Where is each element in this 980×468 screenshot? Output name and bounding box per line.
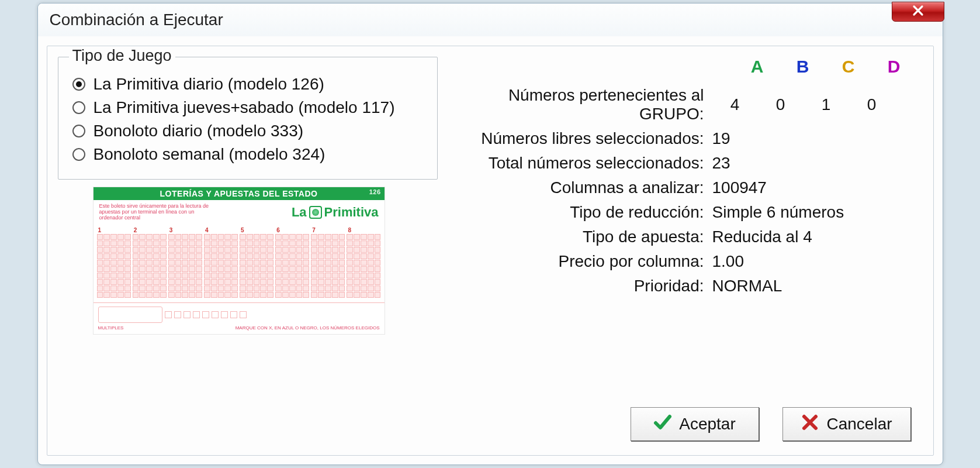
radio-label: Bonoloto diario (modelo 333) bbox=[94, 122, 304, 140]
radio-primitiva-jueves-sabado[interactable]: La Primitiva jueves+sabado (modelo 117) bbox=[72, 98, 423, 117]
stat-group-numbers: Números pertenecientes al GRUPO: 4 0 1 0 bbox=[461, 86, 917, 123]
ticket-brand-left: La bbox=[292, 205, 307, 220]
game-type-group: Tipo de Juego La Primitiva diario (model… bbox=[58, 57, 438, 180]
ticket-footer-left: MULTIPLES bbox=[98, 325, 124, 331]
ticket-brand: La Primitiva bbox=[292, 205, 379, 220]
x-icon bbox=[801, 413, 819, 436]
stat-value: Reducida al 4 bbox=[712, 228, 917, 246]
radio-label: Bonoloto semanal (modelo 324) bbox=[94, 145, 325, 164]
ticket-footer-right: MARQUE CON X, EN AZUL O NEGRO, LOS NÚMER… bbox=[236, 325, 380, 331]
stat-priority: Prioridad: NORMAL bbox=[461, 277, 917, 295]
group-letter-d: D bbox=[871, 57, 917, 77]
ticket-footer: MULTIPLES MARQUE CON X, EN AZUL O NEGRO,… bbox=[94, 302, 385, 334]
client-area: Tipo de Juego La Primitiva diario (model… bbox=[47, 46, 934, 456]
stat-total-numbers: Total números seleccionados: 23 bbox=[461, 154, 917, 173]
stat-bet-type: Tipo de apuesta: Reducida al 4 bbox=[461, 228, 917, 246]
stat-label: Columnas a analizar: bbox=[461, 178, 712, 197]
radio-label: La Primitiva jueves+sabado (modelo 117) bbox=[94, 98, 395, 117]
stat-value: Simple 6 números bbox=[712, 203, 917, 222]
stat-value: 100947 bbox=[712, 178, 917, 197]
stat-label: Tipo de apuesta: bbox=[461, 228, 712, 246]
close-icon bbox=[911, 4, 925, 20]
stat-label: Total números seleccionados: bbox=[461, 154, 712, 173]
stat-label: Números libres seleccionados: bbox=[461, 129, 712, 148]
stat-label: Prioridad: bbox=[461, 277, 712, 295]
radio-bonoloto-semanal[interactable]: Bonoloto semanal (modelo 324) bbox=[72, 145, 423, 164]
button-row: Aceptar Cancelar bbox=[461, 407, 917, 445]
ticket-brand-icon bbox=[309, 206, 322, 219]
stat-value: 1.00 bbox=[712, 252, 917, 271]
group-value-a: 4 bbox=[712, 95, 758, 114]
titlebar: Combinación a Ejecutar bbox=[38, 4, 943, 36]
stat-label: Números pertenecientes al GRUPO: bbox=[461, 86, 712, 123]
ticket-brand-right: Primitiva bbox=[324, 205, 379, 220]
stats-panel: Números pertenecientes al GRUPO: 4 0 1 0… bbox=[461, 80, 917, 301]
ticket-model: 126 bbox=[369, 188, 381, 195]
group-value-b: 0 bbox=[758, 95, 804, 114]
cancel-button[interactable]: Cancelar bbox=[782, 407, 911, 441]
ticket-grid: 12345678 bbox=[94, 225, 385, 302]
accept-button[interactable]: Aceptar bbox=[631, 407, 759, 441]
close-button[interactable] bbox=[892, 2, 944, 22]
ticket-header: LOTERÍAS Y APUESTAS DEL ESTADO 126 bbox=[94, 187, 385, 200]
window-title: Combinación a Ejecutar bbox=[50, 11, 223, 29]
radio-icon bbox=[72, 101, 85, 114]
right-column: A B C D Números pertenecientes al GRUPO:… bbox=[438, 57, 923, 445]
radio-label: La Primitiva diario (modelo 126) bbox=[94, 75, 324, 94]
stat-reduction: Tipo de reducción: Simple 6 números bbox=[461, 203, 917, 222]
stat-columns: Columnas a analizar: 100947 bbox=[461, 178, 917, 197]
group-letter-a: A bbox=[735, 57, 780, 77]
radio-icon bbox=[72, 148, 85, 161]
ticket-preview: LOTERÍAS Y APUESTAS DEL ESTADO 126 Este … bbox=[93, 187, 385, 335]
stat-label: Precio por columna: bbox=[461, 252, 712, 271]
check-icon bbox=[653, 413, 672, 436]
radio-icon bbox=[72, 78, 85, 91]
dialog-window: Combinación a Ejecutar Tipo de Juego La … bbox=[37, 3, 943, 465]
stat-value: 19 bbox=[712, 129, 917, 148]
radio-primitiva-diario[interactable]: La Primitiva diario (modelo 126) bbox=[72, 75, 423, 94]
group-letter-b: B bbox=[780, 57, 826, 77]
stat-group-values: 4 0 1 0 bbox=[712, 95, 917, 114]
stat-free-numbers: Números libres seleccionados: 19 bbox=[461, 129, 917, 148]
group-letter-c: C bbox=[826, 57, 871, 77]
cancel-label: Cancelar bbox=[826, 415, 892, 433]
stat-label: Tipo de reducción: bbox=[461, 203, 712, 222]
accept-label: Aceptar bbox=[679, 415, 736, 433]
left-column: Tipo de Juego La Primitiva diario (model… bbox=[58, 57, 438, 445]
game-type-legend: Tipo de Juego bbox=[69, 47, 175, 65]
stat-value: NORMAL bbox=[712, 277, 917, 295]
stat-value: 23 bbox=[712, 154, 917, 173]
stat-price: Precio por columna: 1.00 bbox=[461, 252, 917, 271]
ticket-note: Este boleto sirve únicamente para la lec… bbox=[99, 204, 216, 221]
group-letters: A B C D bbox=[461, 57, 917, 77]
radio-icon bbox=[72, 125, 85, 137]
ticket-header-text: LOTERÍAS Y APUESTAS DEL ESTADO bbox=[160, 189, 318, 198]
radio-bonoloto-diario[interactable]: Bonoloto diario (modelo 333) bbox=[72, 122, 423, 140]
group-value-d: 0 bbox=[849, 95, 895, 114]
ticket-subheader: Este boleto sirve únicamente para la lec… bbox=[94, 200, 385, 225]
group-value-c: 1 bbox=[804, 95, 849, 114]
